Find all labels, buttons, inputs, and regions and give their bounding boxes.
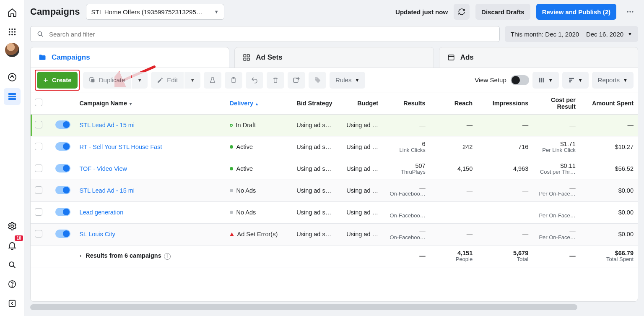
create-button[interactable]: Create [37,72,78,89]
campaign-name-link[interactable]: RT - Sell Your STL House Fast [79,144,162,150]
date-range-label: This month: Dec 1, 2020 – Dec 16, 2020 [511,31,623,38]
row-checkbox[interactable] [31,201,51,223]
col-reach[interactable]: Reach [430,92,477,114]
edit-more-button[interactable]: ▼ [184,72,200,89]
help-icon[interactable] [4,276,21,292]
delete-button[interactable] [267,72,284,89]
tab-ads[interactable]: Ads [439,47,638,68]
campaign-name-link[interactable]: Lead generation [79,209,123,216]
search-container[interactable] [30,26,500,42]
notifications-bell-icon[interactable]: 10 [4,237,21,254]
tab-label: Ad Sets [256,53,282,62]
review-publish-button[interactable]: Review and Publish (2) [536,4,616,20]
col-delivery[interactable]: Delivery▴ [226,92,293,114]
budget-cell: Using ad … [340,114,382,136]
create-button-label: Create [52,76,72,84]
duplicate-more-button[interactable]: ▼ [132,72,148,89]
clipboard-button[interactable] [225,72,242,89]
table-row[interactable]: STL Lead Ad - 15 miNo AdsUsing ad s…Usin… [31,180,638,201]
table-row[interactable]: TOF - Video ViewActiveUsing ad s…Using a… [31,158,638,180]
reach-cell: 242 [430,136,477,158]
breakdown-button[interactable]: ▼ [562,72,589,89]
col-campaign-name[interactable]: Campaign Name▾ [75,92,225,114]
col-results[interactable]: Results [382,92,430,114]
row-toggle[interactable] [51,180,75,201]
cpr-cell: — [532,114,580,136]
col-budget[interactable]: Budget [340,92,382,114]
svg-point-14 [11,225,13,227]
campaign-name-link[interactable]: STL Lead Ad - 15 mi [79,122,135,128]
budget-cell: Using ad … [340,201,382,223]
home-icon[interactable] [4,4,21,21]
search-input[interactable] [49,31,493,38]
svg-point-19 [627,11,628,12]
edit-button[interactable]: Edit [151,72,184,89]
svg-point-20 [629,11,631,12]
undo-button[interactable] [246,72,263,89]
row-checkbox[interactable] [31,136,51,158]
tab-adsets[interactable]: Ad Sets [234,47,434,68]
campaigns-table: Campaign Name▾ Delivery▴ Bid Strategy Bu… [31,92,638,301]
col-amount-spent[interactable]: Amount Spent [580,92,638,114]
delivery-status: No Ads [230,187,288,194]
collapse-rail-icon[interactable] [4,295,21,312]
reports-button[interactable]: Reports ▼ [592,72,634,89]
col-cost-per-result[interactable]: Cost per Result [532,92,580,114]
spent-cell: $0.00 [580,223,638,245]
campaigns-table-icon[interactable] [4,88,21,105]
columns-button[interactable]: ▼ [532,72,559,89]
row-toggle[interactable] [51,114,75,136]
left-nav-rail: 10 [0,0,24,316]
svg-rect-12 [8,96,16,97]
lab-ab-test-button[interactable] [204,72,221,89]
view-setup-toggle[interactable]: View Setup [475,75,529,85]
svg-rect-35 [543,78,544,82]
row-toggle[interactable] [51,223,75,245]
table-row[interactable]: STL Lead Ad - 15 miIn DraftUsing ad s…Us… [31,114,638,136]
refresh-button[interactable] [454,4,470,20]
date-range-selector[interactable]: This month: Dec 1, 2020 – Dec 16, 2020 ▼ [505,26,638,42]
rules-button[interactable]: Rules ▼ [330,72,365,89]
data-panel: Create Duplicate ▼ [30,68,638,302]
select-all-header[interactable] [31,92,51,114]
col-impressions[interactable]: Impressions [477,92,532,114]
duplicate-button[interactable]: Duplicate [83,72,131,89]
gauge-icon[interactable] [4,69,21,86]
row-toggle[interactable] [51,136,75,158]
bid-strategy-cell: Using ad s… [292,114,340,136]
tab-campaigns[interactable]: Campaigns [30,47,229,68]
row-checkbox[interactable] [31,114,51,136]
row-toggle[interactable] [51,158,75,180]
reach-cell: — [430,201,477,223]
impressions-cell: 4,963 [477,158,532,180]
discard-drafts-button[interactable]: Discard Drafts [475,4,530,20]
campaign-name-link[interactable]: St. Louis City [79,231,115,238]
row-checkbox[interactable] [31,180,51,201]
row-checkbox[interactable] [31,158,51,180]
row-toggle[interactable] [51,201,75,223]
expand-summary-icon[interactable]: › [79,252,81,259]
switch-icon[interactable] [511,75,529,85]
apps-grid-icon[interactable] [4,24,21,40]
campaign-name-link[interactable]: STL Lead Ad - 15 mi [79,187,135,194]
account-avatar[interactable] [5,43,19,57]
row-checkbox[interactable] [31,223,51,245]
col-bid-strategy[interactable]: Bid Strategy [292,92,340,114]
table-row[interactable]: Lead generationNo AdsUsing ad s…Using ad… [31,201,638,223]
search-icon[interactable] [4,256,21,273]
tag-button[interactable] [309,72,326,89]
svg-rect-36 [569,78,574,79]
horizontal-scrollbar[interactable] [30,304,638,310]
export-button[interactable] [288,72,305,89]
more-menu-button[interactable] [622,4,638,20]
info-icon[interactable]: i [164,253,171,260]
svg-point-5 [14,31,16,33]
svg-point-6 [8,34,10,36]
table-row[interactable]: St. Louis CityAd Set Error(s)Using ad s…… [31,223,638,245]
table-row[interactable]: RT - Sell Your STL House FastActiveUsing… [31,136,638,158]
settings-gear-icon[interactable] [4,218,21,235]
svg-rect-34 [541,78,542,82]
cpr-cell: —Per On-Face… [532,201,580,223]
account-selector[interactable]: STL Home Offers (193599752313295… ▼ [86,4,224,20]
campaign-name-link[interactable]: TOF - Video View [79,165,127,172]
